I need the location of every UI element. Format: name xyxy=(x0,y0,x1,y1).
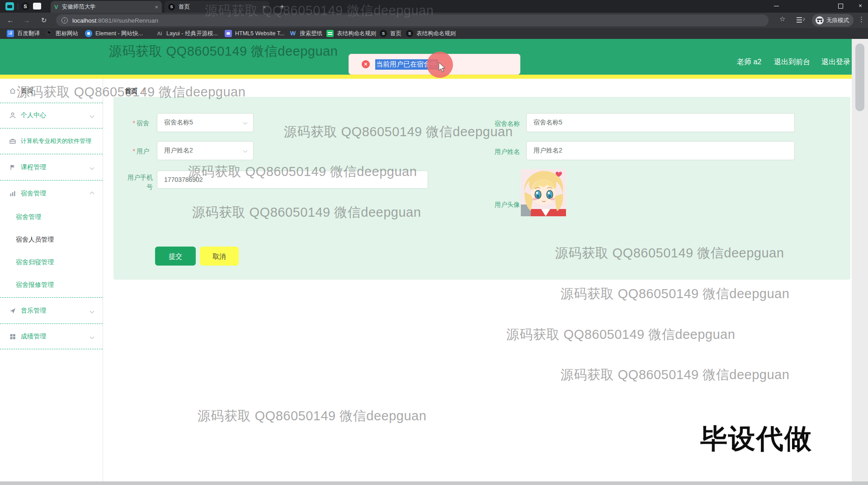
breadcrumb: 首页 / xyxy=(125,87,145,95)
cancel-button[interactable]: 取消 xyxy=(200,247,239,266)
sidebar-separator xyxy=(0,297,103,298)
url-host: localhost xyxy=(72,17,96,24)
address-bar[interactable]: i localhost:8081/#/susheRenruan xyxy=(56,14,769,26)
breadcrumb-home[interactable]: 首页 xyxy=(125,87,137,95)
new-tab-button[interactable]: + xyxy=(277,2,288,11)
chevron-down-icon xyxy=(90,334,94,339)
window-restore-button[interactable] xyxy=(833,0,848,12)
translate-icon: 译 xyxy=(7,30,14,37)
tab-title: 首页 xyxy=(179,3,259,11)
user-avatar-image[interactable] xyxy=(521,169,566,216)
browser-tab-bar: S V 安徽师范大学 × S 首页 × + × xyxy=(0,0,868,13)
send-icon xyxy=(9,307,16,314)
tabbar-divider xyxy=(18,3,18,10)
bookmark-label: 首页 xyxy=(390,30,401,38)
sidebar-label: 首页 xyxy=(21,87,33,95)
sidebar-item-dormitory-management[interactable]: 宿舍管理 xyxy=(0,188,103,200)
user-name-input[interactable] xyxy=(527,142,794,160)
dorm-name-field-label: 宿舍名称 xyxy=(466,119,520,128)
vue-favicon: V xyxy=(54,4,58,10)
dorm-name-input[interactable] xyxy=(527,114,794,132)
window-close-button[interactable]: × xyxy=(853,0,868,12)
sidebar-subitem-dorm-repair-management[interactable]: 宿舍报修管理 xyxy=(16,280,102,290)
exit-to-front-link[interactable]: 退出到前台 xyxy=(774,57,810,67)
sidebar-label: 个人中心 xyxy=(21,111,46,119)
sidebar-subitem-dorm-management[interactable]: 宿舍管理 xyxy=(16,212,102,223)
required-mark: * xyxy=(133,119,135,127)
sidebar-subitem-dorm-personnel-management[interactable]: 宿舍人员管理 xyxy=(16,234,102,245)
dorm-select-value: 宿舍名称5 xyxy=(164,119,193,127)
bookmark-star-icon[interactable]: ☆ xyxy=(779,15,785,23)
forward-button[interactable]: → xyxy=(21,15,33,26)
sidebar-separator xyxy=(0,349,103,349)
tab-close-icon[interactable]: × xyxy=(262,4,266,10)
bookmark-table-naming-rules[interactable]: 表结构命名规则 xyxy=(326,29,377,38)
chevron-down-icon xyxy=(90,309,94,313)
pinned-browser-icon[interactable]: S xyxy=(21,2,29,10)
bookmarks-bar: 译 百度翻译 ⚑ 图标网站 Element - 网站快... Λi Layui … xyxy=(0,28,868,39)
bookmark-label: 百度翻译 xyxy=(17,30,40,38)
sidebar-separator xyxy=(0,154,103,154)
phone-input[interactable] xyxy=(157,171,428,188)
bookmark-label: Layui - 经典开源模... xyxy=(166,30,218,38)
back-button[interactable]: ← xyxy=(5,15,16,26)
sidebar-label: 宿舍管理 xyxy=(21,190,46,198)
logout-link[interactable]: 退出登录 xyxy=(821,57,850,67)
reload-button[interactable]: ↻ xyxy=(38,15,50,26)
submit-button[interactable]: 提交 xyxy=(155,247,196,266)
sidebar-item-software-management[interactable]: 计算机专业相关的软件管理 xyxy=(0,135,103,147)
bookmark-label: 表结构命名规则 xyxy=(416,30,456,38)
sidebar-item-course-management[interactable]: 课程管理 xyxy=(0,162,103,173)
sidebar-item-music-management[interactable]: 音乐管理 xyxy=(0,305,103,317)
element-icon xyxy=(85,30,92,37)
sidebar-divider xyxy=(103,79,103,482)
label-text: 宿舍 xyxy=(137,119,149,127)
watermark: 源码获取 QQ86050149 微信deepguan xyxy=(561,285,789,303)
yellow-divider-bar xyxy=(0,75,852,79)
music-note-icon: ♪ xyxy=(802,16,805,22)
tab-title: 安徽师范大学 xyxy=(62,3,152,11)
user-select[interactable]: 用户姓名2 xyxy=(157,141,254,160)
sidebar-label: 课程管理 xyxy=(21,163,46,171)
sidebar-label: 计算机专业相关的软件管理 xyxy=(21,137,91,145)
sidebar-item-grade-management[interactable]: 成绩管理 xyxy=(0,331,103,342)
wallpaper-icon: W xyxy=(289,30,297,37)
site-info-icon[interactable]: i xyxy=(61,17,68,24)
media-control-icon[interactable]: ♪ xyxy=(796,15,807,26)
bookmark-element-ui[interactable]: Element - 网站快... xyxy=(85,29,143,38)
browser-menu-icon[interactable]: ⋮ xyxy=(858,15,865,24)
bookmark-home[interactable]: S 首页 xyxy=(380,29,401,38)
bookmark-icon-site[interactable]: ⚑ 图标网站 xyxy=(45,29,78,38)
chevron-down-icon xyxy=(243,148,248,153)
tab-anhui-normal-university[interactable]: V 安徽师范大学 × xyxy=(51,1,162,13)
bookmark-html5-template[interactable]: HTML5 Website T... xyxy=(225,29,284,38)
dorm-name-input-wrap xyxy=(526,113,795,132)
breadcrumb-separator: / xyxy=(143,87,145,95)
current-user-label: 老师 a2 xyxy=(737,57,761,67)
error-icon: × xyxy=(362,60,370,68)
bookmark-table-naming-rules-2[interactable]: S 表结构命名规则 xyxy=(406,29,456,38)
user-name-field-label: 用户姓名 xyxy=(466,147,520,157)
tab-close-icon[interactable]: × xyxy=(155,4,158,10)
sidebar-item-personal-center[interactable]: 个人中心 xyxy=(0,109,103,121)
url-path: :8081/#/susheRenruan xyxy=(96,17,158,24)
bookmark-layui[interactable]: Λi Layui - 经典开源模... xyxy=(156,29,218,38)
dorm-select[interactable]: 宿舍名称5 xyxy=(157,113,254,132)
watermark: 源码获取 QQ86050149 微信deepguan xyxy=(561,366,789,384)
label-text: 用户 xyxy=(137,147,149,155)
scrollbar-thumb[interactable] xyxy=(855,43,864,111)
pinned-window-icon[interactable] xyxy=(33,3,41,10)
pinned-app-icon[interactable] xyxy=(5,2,14,10)
briefcase-icon xyxy=(9,138,16,145)
sidebar-item-home[interactable]: 首页 xyxy=(0,85,103,97)
bookmark-wallpaper-search[interactable]: W 搜索壁纸 xyxy=(289,29,322,38)
window-bottom-edge xyxy=(0,481,868,485)
sidebar-subitem-dorm-return-management[interactable]: 宿舍归寝管理 xyxy=(16,257,102,268)
phone-field-label: 用户手机号 xyxy=(125,173,153,192)
user-field-label: *用户 xyxy=(113,147,149,156)
tab-home[interactable]: S 首页 × xyxy=(165,1,269,13)
list-lines xyxy=(797,17,802,18)
window-minimize-button[interactable] xyxy=(769,0,784,12)
bookmark-label: 表结构命名规则 xyxy=(337,30,377,38)
bookmark-baidu-translate[interactable]: 译 百度翻译 xyxy=(7,29,40,38)
